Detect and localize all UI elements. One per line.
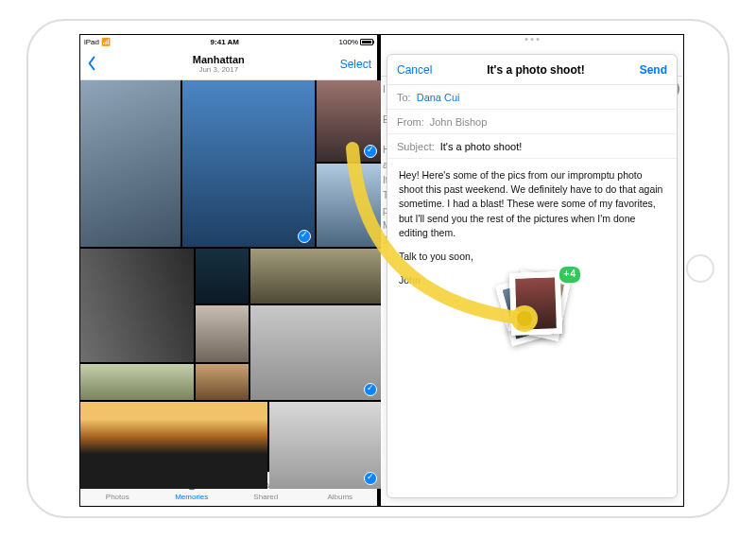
photo-thumbnail[interactable] [250, 305, 381, 400]
from-field[interactable]: From: John Bishop [387, 110, 677, 134]
photo-thumbnail[interactable] [196, 364, 249, 400]
drag-card [509, 271, 562, 336]
multitask-dots-icon [525, 38, 540, 41]
photos-nav-header: Manhattan Jun 3, 2017 Select [80, 48, 377, 80]
subject-field[interactable]: Subject: It's a photo shoot! [387, 134, 677, 159]
selected-check-icon [364, 472, 377, 485]
from-label: From: [397, 116, 424, 128]
photo-thumbnail[interactable] [80, 364, 194, 400]
compose-body[interactable]: Hey! Here's some of the pics from our im… [387, 159, 677, 497]
photo-thumbnail[interactable] [269, 402, 381, 489]
tab-label: Photos [106, 493, 129, 501]
body-paragraph: Talk to you soon, [399, 250, 665, 264]
photo-thumbnail[interactable] [250, 249, 381, 304]
photos-app: iPad 9:41 AM 100% Manhattan Jun 3, 2017 … [80, 35, 381, 506]
status-bar: iPad 9:41 AM 100% [80, 35, 377, 48]
back-button[interactable] [86, 54, 97, 75]
from-value: John Bishop [430, 116, 488, 128]
compose-title: It's a photo shoot! [487, 63, 585, 77]
dragged-photo-stack[interactable]: 4 [501, 272, 576, 346]
wifi-icon [99, 38, 111, 46]
send-button[interactable]: Send [640, 63, 667, 77]
album-date: Jun 3, 2017 [193, 65, 245, 74]
tab-label: Memories [175, 493, 208, 501]
ipad-screen: iPad 9:41 AM 100% Manhattan Jun 3, 2017 … [79, 34, 684, 507]
photo-thumbnail[interactable] [317, 164, 381, 247]
selected-check-icon [364, 145, 377, 158]
photo-thumbnail[interactable] [80, 249, 194, 362]
selected-check-icon [364, 383, 377, 396]
body-paragraph: Hey! Here's some of the pics from our im… [399, 168, 665, 240]
ipad-frame: iPad 9:41 AM 100% Manhattan Jun 3, 2017 … [26, 19, 730, 518]
photo-thumbnail[interactable] [80, 402, 267, 489]
to-field[interactable]: To: Dana Cui [387, 85, 677, 110]
tab-label: Albums [327, 493, 352, 501]
photo-thumbnail[interactable] [196, 305, 249, 362]
photo-thumbnail[interactable] [196, 249, 249, 304]
to-label: To: [397, 92, 411, 103]
photo-grid[interactable] [80, 80, 377, 472]
cancel-button[interactable]: Cancel [397, 63, 432, 77]
photo-thumbnail[interactable] [182, 80, 315, 247]
nav-title-block: Manhattan Jun 3, 2017 [193, 54, 245, 74]
battery-indicator: 100% [339, 38, 373, 46]
compose-sheet: Cancel It's a photo shoot! Send To: Dana… [387, 54, 678, 498]
home-button[interactable] [686, 254, 714, 283]
selected-check-icon [298, 230, 311, 243]
compose-header: Cancel It's a photo shoot! Send [387, 55, 677, 85]
select-button[interactable]: Select [340, 58, 371, 71]
carrier-label: iPad [84, 38, 111, 46]
photo-thumbnail[interactable] [317, 80, 381, 162]
status-bar-right [381, 35, 683, 48]
status-time: 9:41 AM [211, 38, 239, 46]
photo-thumbnail[interactable] [80, 80, 180, 247]
drag-count-badge: 4 [558, 265, 582, 285]
subject-label: Subject: [397, 141, 435, 152]
tab-label: Shared [253, 493, 278, 501]
to-value: Dana Cui [417, 92, 460, 103]
album-title: Manhattan [193, 54, 245, 65]
subject-value: It's a photo shoot! [440, 141, 523, 152]
mail-app: IEHaItTpMJ Cancel It's a photo shoot! Se… [381, 35, 683, 506]
